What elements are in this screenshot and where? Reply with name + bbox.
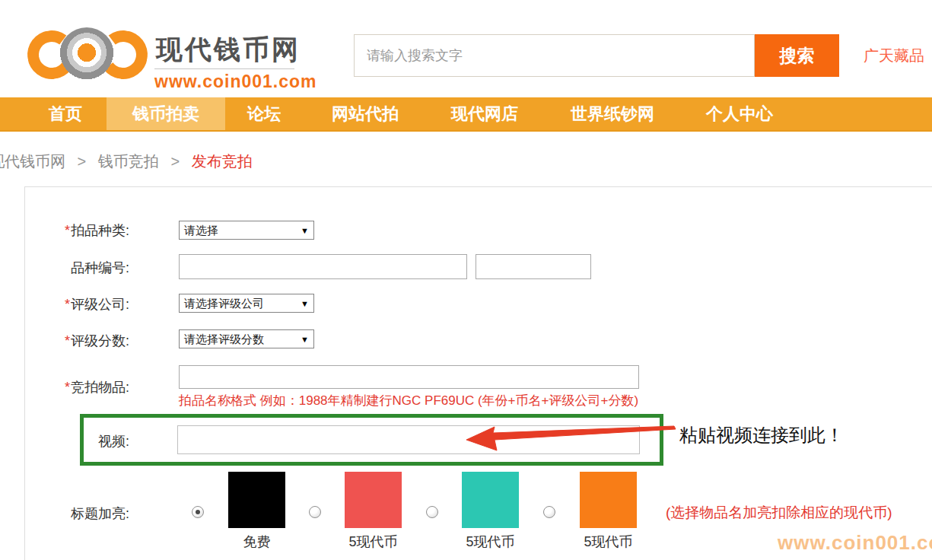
highlight-radio-orange[interactable] [543,506,555,518]
nav-item-coin-auction[interactable]: 钱币拍卖 [107,97,225,130]
field-label-variety-number: 品种编号: [30,259,129,277]
field-label-grading-company: *评级公司: [30,295,129,313]
required-asterisk: * [65,380,70,395]
field-label-category: *拍品种类: [30,221,129,240]
main-nav: 首页 钱币拍卖 论坛 网站代拍 现代网店 世界纸钞网 个人中心 [0,97,932,132]
chevron-down-icon: ▼ [301,222,309,240]
highlight-radio-red[interactable] [309,506,321,518]
breadcrumb-separator: > [78,153,87,170]
field-label-auction-item: *竞拍物品: [30,378,129,396]
red-arrow-icon [456,415,685,460]
grading-company-select-value: 请选择评级公司 [184,297,264,310]
breadcrumb-current-publish: 发布竞拍 [192,153,253,170]
nav-item-modern-shop[interactable]: 现代网店 [426,97,543,130]
auction-item-input[interactable] [179,365,639,389]
grading-company-select[interactable]: 请选择评级公司 ▼ [179,294,314,313]
nav-item-personal-center[interactable]: 个人中心 [681,97,798,130]
search-button[interactable]: 搜索 [755,34,839,77]
highlight-swatch-orange[interactable] [580,472,637,528]
highlight-cost-note: (选择物品名加亮扣除相应的现代币) [666,503,892,523]
nav-item-world-banknote[interactable]: 世界纸钞网 [546,97,679,130]
nav-item-home[interactable]: 首页 [27,97,103,130]
video-paste-annotation: 粘贴视频连接到此！ [679,423,844,447]
highlight-swatch-black[interactable] [228,472,285,528]
breadcrumb-home[interactable]: 现代钱币网 [0,153,65,170]
field-label-title-highlight: 标题加亮: [30,504,129,523]
breadcrumb: 现代钱币网 > 钱币竞拍 > 发布竞拍 [0,151,253,172]
breadcrumb-coin-auction[interactable]: 钱币竞拍 [98,153,159,170]
site-url: www.coin001.com [154,72,317,92]
highlight-swatch-red[interactable] [345,472,402,528]
highlight-price-label: 5现代币 [565,533,652,551]
variety-number-input[interactable] [179,254,467,279]
required-asterisk: * [65,223,70,238]
auction-item-format-hint: 拍品名称格式 例如：1988年精制建行NGC PF69UC (年份+币名+评级公… [179,392,638,409]
site-title: 现代钱币网 [156,32,301,68]
highlight-radio-free[interactable] [192,506,204,518]
title-divider [154,68,294,69]
highlight-radio-teal[interactable] [426,506,438,518]
grading-score-select[interactable]: 请选择评级分数 ▼ [179,329,314,348]
search-input[interactable] [354,34,755,77]
field-label-grading-score: *评级分数: [30,332,129,350]
top-link-guangtian[interactable]: 广天藏品| [864,46,932,66]
top-link-label[interactable]: 广天藏品 [864,47,924,64]
logo-coin-ring-icon [59,27,114,82]
breadcrumb-separator: > [170,153,180,170]
chevron-down-icon: ▼ [301,295,309,313]
site-watermark: www.coin001.com [778,531,932,555]
highlight-price-label: 5现代币 [447,533,534,551]
highlight-price-label: 5现代币 [329,533,417,551]
required-asterisk: * [65,297,70,312]
nav-item-site-proxy-bid[interactable]: 网站代拍 [304,97,426,130]
category-select-value: 请选择 [184,224,218,237]
field-label-video: 视频: [30,432,129,450]
variety-number-secondary-input[interactable] [476,254,591,279]
nav-item-forum[interactable]: 论坛 [226,97,302,130]
category-select[interactable]: 请选择 ▼ [179,221,314,240]
grading-score-select-value: 请选择评级分数 [184,332,264,345]
highlight-price-label: 免费 [213,533,301,551]
chevron-down-icon: ▼ [301,331,309,348]
page: 现代钱币网 www.coin001.com 搜索 广天藏品| 首页 钱币拍卖 论… [0,0,932,560]
highlight-swatch-teal[interactable] [462,472,519,528]
required-asterisk: * [65,333,70,348]
